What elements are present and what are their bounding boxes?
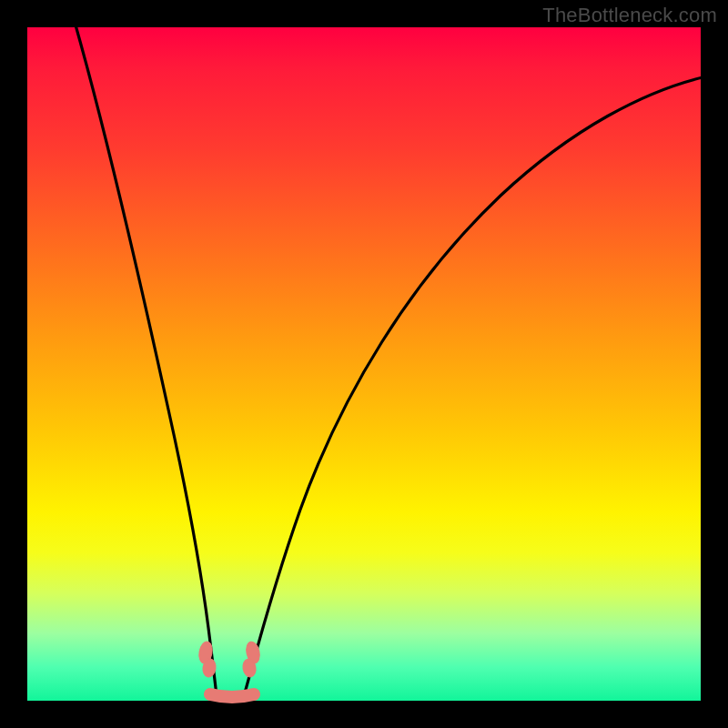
curve-right-branch: [244, 77, 703, 696]
marker-flat-nub: [210, 694, 254, 697]
bottleneck-curve: [27, 27, 701, 701]
outer-frame: TheBottleneck.com: [0, 0, 728, 728]
curve-left-branch: [75, 22, 217, 696]
watermark-text: TheBottleneck.com: [542, 4, 717, 27]
